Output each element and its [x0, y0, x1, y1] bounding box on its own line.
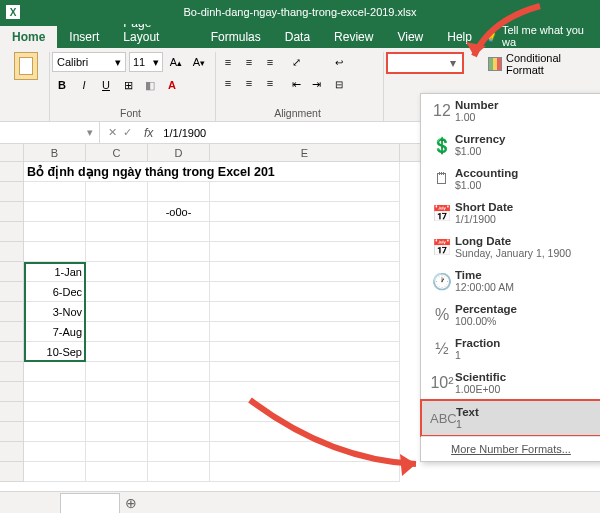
cell[interactable] [86, 442, 148, 462]
cell[interactable]: 10-Sep [24, 342, 86, 362]
align-right-button[interactable]: ≡ [260, 73, 280, 93]
number-format-input[interactable] [390, 57, 446, 69]
row-header[interactable] [0, 182, 24, 202]
cell[interactable] [24, 422, 86, 442]
cell[interactable]: 3-Nov [24, 302, 86, 322]
bold-button[interactable]: B [52, 75, 72, 95]
cell[interactable] [148, 282, 210, 302]
cell[interactable] [86, 222, 148, 242]
row-header[interactable] [0, 342, 24, 362]
add-sheet-button[interactable]: ⊕ [120, 495, 142, 511]
cell[interactable] [210, 302, 400, 322]
format-text[interactable]: ABC Text1 [420, 399, 600, 437]
tab-formulas[interactable]: Formulas [199, 26, 273, 48]
border-button[interactable]: ⊞ [118, 75, 138, 95]
row-header[interactable] [0, 422, 24, 442]
align-middle-button[interactable]: ≡ [239, 52, 259, 72]
row-header[interactable] [0, 202, 24, 222]
row-header[interactable] [0, 442, 24, 462]
name-box[interactable]: ▾ [0, 122, 100, 143]
cell[interactable] [148, 382, 210, 402]
cell[interactable] [148, 362, 210, 382]
col-header-e[interactable]: E [210, 144, 400, 161]
cell[interactable]: 7-Aug [24, 322, 86, 342]
tab-view[interactable]: View [385, 26, 435, 48]
row-header[interactable] [0, 162, 24, 182]
cell[interactable] [210, 362, 400, 382]
cell[interactable] [148, 442, 210, 462]
cell[interactable]: 6-Dec [24, 282, 86, 302]
row-header[interactable] [0, 402, 24, 422]
cell[interactable] [148, 422, 210, 442]
tab-insert[interactable]: Insert [57, 26, 111, 48]
cell[interactable] [86, 262, 148, 282]
cell[interactable] [24, 382, 86, 402]
col-header-c[interactable]: C [86, 144, 148, 161]
cell[interactable] [86, 282, 148, 302]
row-header[interactable] [0, 382, 24, 402]
cell[interactable] [148, 182, 210, 202]
cell[interactable] [86, 402, 148, 422]
tab-data[interactable]: Data [273, 26, 322, 48]
row-header[interactable] [0, 242, 24, 262]
cell[interactable] [24, 442, 86, 462]
italic-button[interactable]: I [74, 75, 94, 95]
sheet-tab[interactable] [60, 493, 120, 513]
cell[interactable] [86, 382, 148, 402]
cell[interactable] [86, 302, 148, 322]
cell[interactable] [86, 242, 148, 262]
number-format-select[interactable]: ▾ [386, 52, 464, 74]
cell[interactable] [210, 182, 400, 202]
decrease-indent-button[interactable]: ⇤ [286, 74, 306, 94]
cell[interactable] [148, 322, 210, 342]
col-header-b[interactable]: B [24, 144, 86, 161]
align-top-button[interactable]: ≡ [218, 52, 238, 72]
row-header[interactable] [0, 302, 24, 322]
cell[interactable] [148, 342, 210, 362]
select-all-corner[interactable] [0, 144, 24, 161]
cell[interactable] [86, 362, 148, 382]
row-header[interactable] [0, 322, 24, 342]
cell[interactable] [148, 262, 210, 282]
cell[interactable] [24, 182, 86, 202]
row-header[interactable] [0, 262, 24, 282]
cell[interactable] [210, 202, 400, 222]
row-header[interactable] [0, 282, 24, 302]
chevron-down-icon[interactable]: ▾ [87, 126, 93, 139]
tab-home[interactable]: Home [0, 26, 57, 48]
row-header[interactable] [0, 362, 24, 382]
align-left-button[interactable]: ≡ [218, 73, 238, 93]
cell[interactable] [148, 242, 210, 262]
cell[interactable] [148, 222, 210, 242]
increase-font-button[interactable]: A▴ [166, 52, 186, 72]
cell[interactable]: -o0o- [148, 202, 210, 222]
format-currency[interactable]: 💲 Currency$1.00 [421, 128, 600, 162]
cell[interactable] [86, 342, 148, 362]
underline-button[interactable]: U [96, 75, 116, 95]
cell[interactable] [210, 322, 400, 342]
cell[interactable] [24, 362, 86, 382]
cell[interactable] [86, 462, 148, 482]
cell[interactable] [24, 402, 86, 422]
cell[interactable]: 1-Jan [24, 262, 86, 282]
increase-indent-button[interactable]: ⇥ [306, 74, 326, 94]
format-accounting[interactable]: 🗒 Accounting$1.00 [421, 162, 600, 196]
align-center-button[interactable]: ≡ [239, 73, 259, 93]
format-number[interactable]: 12 Number1.00 [421, 94, 600, 128]
more-number-formats[interactable]: More Number Formats... [421, 437, 600, 461]
tab-review[interactable]: Review [322, 26, 385, 48]
enter-icon[interactable]: ✓ [123, 126, 132, 139]
cell[interactable] [24, 462, 86, 482]
cell[interactable] [210, 342, 400, 362]
chevron-down-icon[interactable]: ▾ [446, 56, 460, 70]
cell[interactable] [24, 242, 86, 262]
format-time[interactable]: 🕐 Time12:00:00 AM [421, 264, 600, 298]
format-long-date[interactable]: 📅 Long DateSunday, January 1, 1900 [421, 230, 600, 264]
cell[interactable]: Bỏ định dạng ngày tháng trong Excel 201 [24, 162, 400, 182]
fill-color-button[interactable]: ◧ [140, 75, 160, 95]
cell[interactable] [24, 202, 86, 222]
cell[interactable] [86, 322, 148, 342]
cancel-icon[interactable]: ✕ [108, 126, 117, 139]
font-size-select[interactable]: 11 ▾ [129, 52, 163, 72]
cell[interactable] [210, 282, 400, 302]
